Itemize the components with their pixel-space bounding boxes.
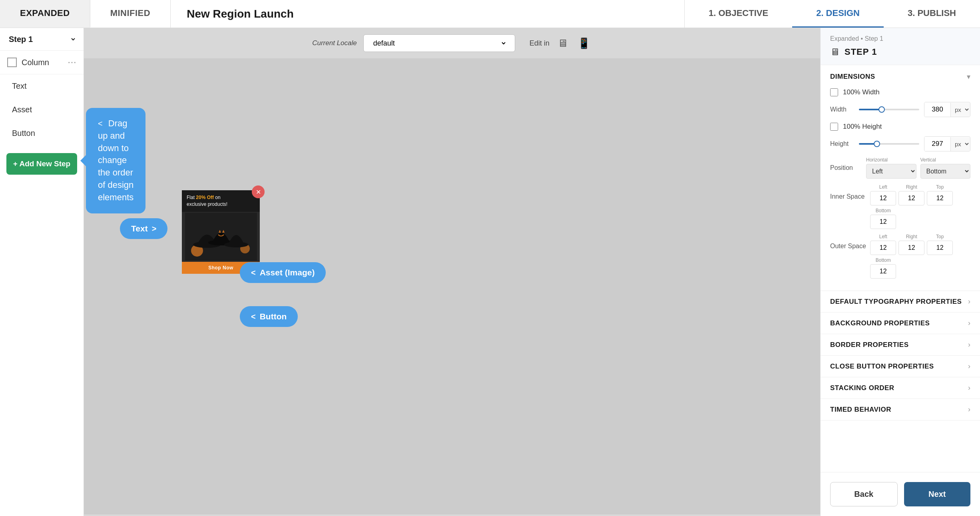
inner-right-label: Right [906, 184, 917, 190]
next-button[interactable]: Next [904, 482, 971, 506]
width-slider-row: Width 380 px % [830, 102, 970, 117]
tab-minified[interactable]: MINIFIED [90, 0, 171, 28]
width-100-label: 100% Width [843, 88, 880, 96]
height-slider-row: Height 297 px % [830, 136, 970, 151]
inner-bottom-input[interactable]: 12 [870, 215, 896, 229]
inner-bottom-label: Bottom [876, 208, 891, 213]
vertical-select[interactable]: Top Center Bottom [920, 164, 971, 179]
tooltip-arrow-icon: < [98, 118, 103, 129]
sidebar-item-column[interactable]: Column ⋯ [0, 51, 84, 74]
tab-expanded[interactable]: EXPANDED [0, 0, 90, 28]
close-button-section[interactable]: CLOSE BUTTON PROPERTIES › [821, 356, 980, 377]
outer-bottom-wrap: Bottom 12 [870, 257, 896, 279]
outer-bottom-label: Bottom [876, 257, 891, 263]
height-unit-select[interactable]: px % [950, 137, 970, 151]
dimensions-section-header[interactable]: DIMENSIONS ▾ [821, 65, 980, 88]
outer-left-label: Left [879, 234, 887, 239]
timed-behavior-arrow-icon: › [968, 405, 970, 414]
outer-top-wrap: Top 12 [927, 234, 953, 255]
locale-dropdown[interactable]: default [363, 34, 515, 52]
dimensions-content: 100% Width Width 380 px % [821, 88, 980, 291]
button-annotation-bubble[interactable]: < Button [240, 306, 298, 327]
horizontal-label: Horizontal [866, 157, 916, 163]
right-panel: Expanded • Step 1 🖥 STEP 1 DIMENSIONS ▾ … [820, 28, 980, 516]
height-100-label: 100% Height [843, 123, 882, 131]
outer-space-inputs: Left 12 Right 12 Top 12 Bottom [870, 234, 970, 279]
asset-annotation-arrow: < [251, 268, 256, 277]
outer-space-row: Outer Space Left 12 Right 12 Top 12 [830, 234, 970, 279]
outer-bottom-input[interactable]: 12 [870, 264, 896, 279]
sidebar-item-button[interactable]: Button [0, 122, 84, 145]
timed-behavior-section[interactable]: TIMED BEHAVIOR › [821, 399, 980, 420]
inner-left-wrap: Left 12 [870, 184, 896, 205]
height-slider-thumb[interactable] [874, 141, 880, 147]
typography-section[interactable]: DEFAULT TYPOGRAPHY PROPERTIES › [821, 291, 980, 313]
outer-space-label: Outer Space [830, 234, 866, 250]
locale-select[interactable]: default [372, 39, 507, 48]
text-annotation-bubble[interactable]: Text > [120, 218, 167, 239]
horizontal-select[interactable]: Left Center Right [866, 164, 916, 179]
nav-tabs: EXPANDED MINIFIED [0, 0, 171, 28]
outer-right-wrap: Right 12 [898, 234, 924, 255]
column-label: Column [22, 58, 68, 67]
border-arrow-icon: › [968, 341, 970, 349]
inner-left-input[interactable]: 12 [870, 191, 896, 205]
width-input[interactable]: 380 [924, 102, 950, 117]
height-input[interactable]: 297 [924, 137, 950, 151]
stacking-title: STACKING ORDER [830, 384, 894, 392]
outer-left-input[interactable]: 12 [870, 241, 896, 255]
canvas-area: Current Locale default Edit in 🖥 📱 Text … [84, 28, 820, 516]
height-label: Height [830, 140, 854, 147]
background-title: BACKGROUND PROPERTIES [830, 319, 930, 327]
timed-behavior-title: TIMED BEHAVIOR [830, 406, 891, 414]
asset-annotation-bubble[interactable]: < Asset (Image) [240, 262, 326, 283]
height-100-row: 100% Height [830, 123, 970, 131]
drag-tooltip: < Drag up and down to change the order o… [86, 108, 145, 213]
border-section[interactable]: BORDER PROPERTIES › [821, 334, 980, 356]
mobile-icon[interactable]: 📱 [576, 36, 592, 51]
page-title: New Region Launch [171, 8, 684, 20]
step-tabs: 1. OBJECTIVE 2. DESIGN 3. PUBLISH [684, 0, 980, 28]
width-slider[interactable] [859, 109, 919, 110]
popup-close-button[interactable]: ✕ [252, 185, 265, 198]
tab-publish[interactable]: 3. PUBLISH [884, 0, 980, 28]
width-unit-select[interactable]: px % [950, 103, 970, 117]
tab-objective[interactable]: 1. OBJECTIVE [685, 0, 792, 28]
column-icon [7, 58, 17, 67]
height-100-checkbox[interactable] [830, 123, 838, 131]
sidebar-item-text[interactable]: Text [0, 74, 84, 98]
stacking-section[interactable]: STACKING ORDER › [821, 377, 980, 399]
width-label: Width [830, 106, 854, 113]
inner-right-input[interactable]: 12 [898, 191, 924, 205]
panel-footer: Back Next [821, 472, 980, 516]
height-slider[interactable] [859, 143, 919, 145]
background-section[interactable]: BACKGROUND PROPERTIES › [821, 313, 980, 334]
width-100-checkbox[interactable] [830, 88, 838, 96]
edit-in-label: Edit in [530, 39, 550, 48]
main-layout: Step 1 Column ⋯ Text Asset Button + Add … [0, 28, 980, 516]
breadcrumb: Expanded • Step 1 [830, 35, 970, 42]
width-slider-thumb[interactable] [878, 106, 885, 113]
sidebar-item-asset[interactable]: Asset [0, 98, 84, 122]
close-button-title: CLOSE BUTTON PROPERTIES [830, 363, 934, 371]
step-selector-dropdown[interactable]: Step 1 [7, 34, 76, 44]
add-new-step-button[interactable]: + Add New Step [6, 153, 77, 175]
desktop-icon[interactable]: 🖥 [556, 36, 570, 51]
popup-image-svg [185, 213, 257, 261]
inner-right-wrap: Right 12 [898, 184, 924, 205]
border-title: BORDER PROPERTIES [830, 341, 908, 349]
sidebar-asset-label: Asset [12, 105, 32, 114]
outer-left-wrap: Left 12 [870, 234, 896, 255]
outer-top-input[interactable]: 12 [927, 241, 953, 255]
tab-design[interactable]: 2. DESIGN [792, 0, 884, 28]
outer-right-label: Right [906, 234, 917, 239]
text-annotation-label: Text [131, 224, 148, 233]
inner-top-input[interactable]: 12 [927, 191, 953, 205]
step-selector[interactable]: Step 1 [0, 28, 84, 51]
back-button[interactable]: Back [830, 482, 898, 506]
text-annotation-arrow: > [152, 224, 157, 233]
top-nav: EXPANDED MINIFIED New Region Launch 1. O… [0, 0, 980, 28]
position-row: Position Horizontal Left Center Right Ve… [830, 157, 970, 179]
column-menu-icon[interactable]: ⋯ [68, 57, 76, 68]
outer-right-input[interactable]: 12 [898, 241, 924, 255]
